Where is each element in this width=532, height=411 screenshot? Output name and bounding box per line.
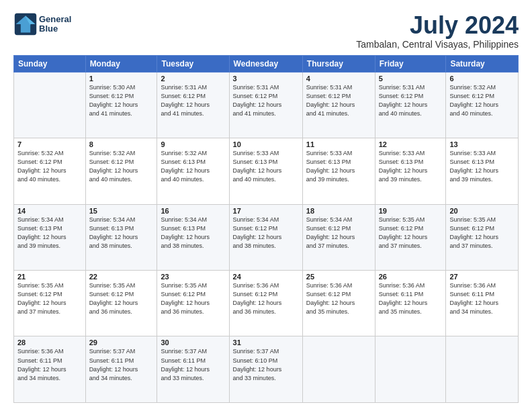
calendar-cell: 14Sunrise: 5:34 AM Sunset: 6:13 PM Dayli… bbox=[14, 204, 86, 270]
logo-icon bbox=[13, 12, 38, 36]
calendar-cell: 29Sunrise: 5:37 AM Sunset: 6:11 PM Dayli… bbox=[85, 336, 157, 403]
calendar-cell: 31Sunrise: 5:37 AM Sunset: 6:10 PM Dayli… bbox=[229, 336, 302, 403]
day-info: Sunrise: 5:37 AM Sunset: 6:11 PM Dayligh… bbox=[89, 347, 154, 382]
day-number: 18 bbox=[306, 207, 371, 215]
calendar-cell bbox=[302, 336, 375, 403]
calendar-cell: 7Sunrise: 5:32 AM Sunset: 6:12 PM Daylig… bbox=[14, 138, 86, 204]
day-info: Sunrise: 5:32 AM Sunset: 6:13 PM Dayligh… bbox=[161, 149, 225, 184]
day-info: Sunrise: 5:34 AM Sunset: 6:12 PM Dayligh… bbox=[306, 216, 371, 250]
day-info: Sunrise: 5:32 AM Sunset: 6:12 PM Dayligh… bbox=[17, 149, 82, 184]
day-number: 5 bbox=[379, 75, 443, 83]
day-info: Sunrise: 5:31 AM Sunset: 6:12 PM Dayligh… bbox=[379, 83, 443, 118]
day-info: Sunrise: 5:34 AM Sunset: 6:12 PM Dayligh… bbox=[233, 216, 299, 250]
calendar-cell: 30Sunrise: 5:37 AM Sunset: 6:11 PM Dayli… bbox=[157, 336, 229, 403]
day-number: 8 bbox=[89, 140, 154, 148]
calendar-cell bbox=[446, 336, 519, 403]
day-number: 27 bbox=[449, 273, 515, 281]
subtitle: Tambalan, Central Visayas, Philippines bbox=[356, 39, 519, 50]
day-number: 29 bbox=[89, 338, 154, 347]
calendar-cell: 16Sunrise: 5:34 AM Sunset: 6:13 PM Dayli… bbox=[157, 204, 229, 270]
day-info: Sunrise: 5:36 AM Sunset: 6:11 PM Dayligh… bbox=[379, 281, 443, 316]
calendar-cell: 10Sunrise: 5:33 AM Sunset: 6:13 PM Dayli… bbox=[229, 138, 302, 204]
calendar-week-2: 7Sunrise: 5:32 AM Sunset: 6:12 PM Daylig… bbox=[14, 138, 519, 204]
calendar-cell: 2Sunrise: 5:31 AM Sunset: 6:12 PM Daylig… bbox=[157, 72, 229, 138]
day-number: 11 bbox=[306, 140, 371, 148]
day-number: 31 bbox=[233, 338, 299, 347]
calendar-cell: 15Sunrise: 5:34 AM Sunset: 6:13 PM Dayli… bbox=[85, 204, 157, 270]
day-info: Sunrise: 5:36 AM Sunset: 6:11 PM Dayligh… bbox=[17, 347, 82, 382]
header: General Blue July 2024 Tambalan, Central… bbox=[13, 12, 519, 50]
logo-text: General Blue bbox=[39, 15, 71, 34]
day-number: 13 bbox=[449, 140, 515, 148]
day-number: 26 bbox=[379, 273, 443, 281]
day-info: Sunrise: 5:33 AM Sunset: 6:13 PM Dayligh… bbox=[379, 149, 443, 184]
logo: General Blue bbox=[13, 12, 71, 36]
calendar-cell: 12Sunrise: 5:33 AM Sunset: 6:13 PM Dayli… bbox=[375, 138, 446, 204]
header-row: Sunday Monday Tuesday Wednesday Thursday… bbox=[14, 55, 519, 72]
day-number: 10 bbox=[233, 140, 299, 148]
day-number: 2 bbox=[161, 75, 225, 83]
day-info: Sunrise: 5:34 AM Sunset: 6:13 PM Dayligh… bbox=[161, 216, 225, 250]
logo-line1: General bbox=[39, 15, 71, 24]
day-info: Sunrise: 5:36 AM Sunset: 6:11 PM Dayligh… bbox=[449, 281, 515, 316]
calendar-cell: 9Sunrise: 5:32 AM Sunset: 6:13 PM Daylig… bbox=[157, 138, 229, 204]
calendar-cell: 28Sunrise: 5:36 AM Sunset: 6:11 PM Dayli… bbox=[14, 336, 86, 403]
col-wednesday: Wednesday bbox=[229, 55, 302, 72]
day-number: 30 bbox=[161, 338, 225, 347]
page: General Blue July 2024 Tambalan, Central… bbox=[0, 0, 532, 411]
day-info: Sunrise: 5:31 AM Sunset: 6:12 PM Dayligh… bbox=[233, 83, 299, 118]
day-number: 24 bbox=[233, 273, 299, 281]
calendar-cell bbox=[375, 336, 446, 403]
main-title: July 2024 bbox=[356, 12, 519, 39]
calendar-cell: 21Sunrise: 5:35 AM Sunset: 6:12 PM Dayli… bbox=[14, 271, 86, 336]
col-sunday: Sunday bbox=[14, 55, 86, 72]
day-number: 25 bbox=[306, 273, 371, 281]
col-thursday: Thursday bbox=[302, 55, 375, 72]
calendar-cell bbox=[14, 72, 86, 138]
day-info: Sunrise: 5:35 AM Sunset: 6:12 PM Dayligh… bbox=[379, 216, 443, 250]
day-number: 3 bbox=[233, 75, 299, 83]
day-info: Sunrise: 5:37 AM Sunset: 6:10 PM Dayligh… bbox=[233, 347, 299, 382]
calendar-cell: 24Sunrise: 5:36 AM Sunset: 6:12 PM Dayli… bbox=[229, 271, 302, 336]
day-info: Sunrise: 5:32 AM Sunset: 6:12 PM Dayligh… bbox=[89, 149, 154, 184]
day-number: 17 bbox=[233, 207, 299, 215]
calendar-table: Sunday Monday Tuesday Wednesday Thursday… bbox=[13, 55, 519, 403]
calendar-cell: 6Sunrise: 5:32 AM Sunset: 6:12 PM Daylig… bbox=[446, 72, 519, 138]
day-number: 16 bbox=[161, 207, 225, 215]
calendar-week-5: 28Sunrise: 5:36 AM Sunset: 6:11 PM Dayli… bbox=[14, 336, 519, 403]
day-info: Sunrise: 5:30 AM Sunset: 6:12 PM Dayligh… bbox=[89, 83, 154, 118]
day-info: Sunrise: 5:36 AM Sunset: 6:12 PM Dayligh… bbox=[306, 281, 371, 316]
calendar-cell: 13Sunrise: 5:33 AM Sunset: 6:13 PM Dayli… bbox=[446, 138, 519, 204]
calendar-cell: 11Sunrise: 5:33 AM Sunset: 6:13 PM Dayli… bbox=[302, 138, 375, 204]
day-info: Sunrise: 5:33 AM Sunset: 6:13 PM Dayligh… bbox=[449, 149, 515, 184]
day-number: 9 bbox=[161, 140, 225, 148]
day-info: Sunrise: 5:35 AM Sunset: 6:12 PM Dayligh… bbox=[17, 281, 82, 316]
calendar-cell: 25Sunrise: 5:36 AM Sunset: 6:12 PM Dayli… bbox=[302, 271, 375, 336]
calendar-cell: 4Sunrise: 5:31 AM Sunset: 6:12 PM Daylig… bbox=[302, 72, 375, 138]
calendar-cell: 26Sunrise: 5:36 AM Sunset: 6:11 PM Dayli… bbox=[375, 271, 446, 336]
day-info: Sunrise: 5:31 AM Sunset: 6:12 PM Dayligh… bbox=[306, 83, 371, 118]
day-info: Sunrise: 5:35 AM Sunset: 6:12 PM Dayligh… bbox=[449, 216, 515, 250]
col-saturday: Saturday bbox=[446, 55, 519, 72]
day-info: Sunrise: 5:35 AM Sunset: 6:12 PM Dayligh… bbox=[161, 281, 225, 316]
calendar-cell: 20Sunrise: 5:35 AM Sunset: 6:12 PM Dayli… bbox=[446, 204, 519, 270]
col-tuesday: Tuesday bbox=[157, 55, 229, 72]
day-info: Sunrise: 5:37 AM Sunset: 6:11 PM Dayligh… bbox=[161, 347, 225, 382]
calendar-cell: 8Sunrise: 5:32 AM Sunset: 6:12 PM Daylig… bbox=[85, 138, 157, 204]
day-info: Sunrise: 5:35 AM Sunset: 6:12 PM Dayligh… bbox=[89, 281, 154, 316]
day-number: 19 bbox=[379, 207, 443, 215]
day-info: Sunrise: 5:33 AM Sunset: 6:13 PM Dayligh… bbox=[306, 149, 371, 184]
day-number: 14 bbox=[17, 207, 82, 215]
calendar-cell: 23Sunrise: 5:35 AM Sunset: 6:12 PM Dayli… bbox=[157, 271, 229, 336]
day-number: 7 bbox=[17, 140, 82, 148]
day-number: 28 bbox=[17, 338, 82, 347]
day-number: 6 bbox=[449, 75, 515, 83]
day-info: Sunrise: 5:33 AM Sunset: 6:13 PM Dayligh… bbox=[233, 149, 299, 184]
calendar-cell: 19Sunrise: 5:35 AM Sunset: 6:12 PM Dayli… bbox=[375, 204, 446, 270]
col-monday: Monday bbox=[85, 55, 157, 72]
day-number: 4 bbox=[306, 75, 371, 83]
calendar-cell: 27Sunrise: 5:36 AM Sunset: 6:11 PM Dayli… bbox=[446, 271, 519, 336]
calendar-week-1: 1Sunrise: 5:30 AM Sunset: 6:12 PM Daylig… bbox=[14, 72, 519, 138]
day-info: Sunrise: 5:34 AM Sunset: 6:13 PM Dayligh… bbox=[89, 216, 154, 250]
calendar-week-3: 14Sunrise: 5:34 AM Sunset: 6:13 PM Dayli… bbox=[14, 204, 519, 270]
